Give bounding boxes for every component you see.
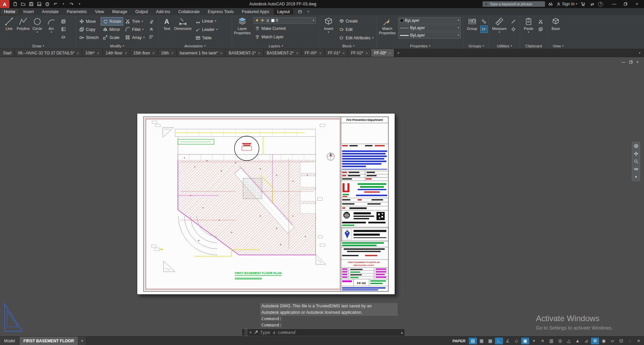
customization-icon[interactable]: ≡ — [635, 338, 643, 344]
close-tab-icon[interactable]: × — [77, 51, 79, 55]
distance-button[interactable] — [510, 18, 517, 25]
mirror-button[interactable]: Mirror — [101, 26, 123, 33]
doc-restore-button[interactable] — [629, 60, 633, 64]
minimize-button[interactable]: — — [608, 0, 620, 8]
close-tab-icon[interactable]: × — [258, 51, 260, 55]
close-tab-icon[interactable]: × — [342, 51, 344, 55]
command-input[interactable]: Type a command — [260, 330, 399, 335]
ribbon-tab-express-tools[interactable]: Express Tools — [204, 8, 238, 15]
trim-flyout-icon[interactable]: ▾ — [142, 20, 143, 23]
open-file-button[interactable] — [19, 1, 27, 7]
copy-clip-button[interactable] — [537, 26, 544, 33]
create-block-button[interactable]: Create — [338, 17, 375, 25]
stay-connected-icon[interactable]: ⇄ — [589, 1, 596, 7]
sign-in-button[interactable]: Sign In ▾ — [556, 2, 577, 6]
measure-flyout-icon[interactable]: ▾ — [499, 31, 500, 34]
circle-flyout-icon[interactable]: ▾ — [37, 31, 38, 34]
ribbon-tab-manage[interactable]: Manage — [108, 8, 131, 15]
trim-button[interactable]: Trim▾ — [123, 17, 146, 25]
ortho-icon[interactable]: ∟ — [495, 338, 503, 344]
doc-close-button[interactable]: × — [636, 60, 639, 64]
redo-button[interactable]: ↷ — [68, 1, 75, 7]
file-tab-active[interactable]: FF-03*× — [371, 49, 394, 57]
close-tab-icon[interactable]: × — [125, 51, 127, 55]
linear-flyout-icon[interactable]: ▾ — [215, 20, 216, 23]
app-store-cart-icon[interactable] — [579, 1, 587, 7]
panel-label-clipboard[interactable]: Clipboard — [520, 43, 547, 49]
linetype-dropdown[interactable]: ByLayer ▾ — [398, 25, 461, 31]
id-point-button[interactable] — [510, 26, 517, 33]
command-close-icon[interactable]: × — [249, 330, 252, 335]
polar-tracking-icon[interactable]: ∠ — [504, 338, 512, 344]
transparency-icon[interactable]: ▥ — [547, 338, 555, 344]
insert-block-button[interactable]: Insert ▾ — [321, 16, 336, 34]
fillet-button[interactable]: Fillet▾ — [123, 26, 146, 33]
ribbon-tab-home[interactable]: Home — [0, 8, 19, 15]
tab-overflow-button[interactable]: ▾ — [635, 49, 644, 57]
save-button[interactable] — [28, 1, 35, 7]
measure-button[interactable]: Measure ▾ — [490, 16, 508, 34]
orbit-button[interactable] — [634, 167, 639, 172]
scale-button[interactable]: Scale — [101, 34, 123, 41]
file-tab[interactable]: FF-00*× — [302, 49, 325, 57]
annotation-monitor-icon[interactable]: ◉ — [600, 338, 608, 344]
hatch-button[interactable] — [60, 18, 67, 25]
arc-button[interactable]: Arc ▾ — [44, 16, 58, 34]
layer-dropdown[interactable]: 0 ▾ — [253, 17, 316, 24]
revision-cloud-button[interactable] — [60, 34, 67, 40]
close-tab-icon[interactable]: × — [389, 51, 391, 55]
panel-label-utilities[interactable]: Utilities▾ — [489, 43, 520, 49]
ribbon-tab-featured-apps[interactable]: Featured Apps — [238, 8, 273, 15]
close-tab-icon[interactable]: × — [97, 51, 99, 55]
help-search-input[interactable]: Type a keyword or phrase — [483, 1, 545, 7]
object-color-dropdown[interactable]: ByLayer ▾ — [398, 17, 461, 24]
command-line-bar[interactable]: × Type a command ▴ — [242, 329, 405, 336]
ribbon-tab-annotate[interactable]: Annotate — [38, 8, 63, 15]
selection-cycling-icon[interactable]: ◎ — [556, 338, 564, 344]
lock-ui-icon[interactable]: ⊡ — [617, 338, 625, 344]
ribbon-tab-collaborate[interactable]: Collaborate — [174, 8, 204, 15]
new-layout-button[interactable]: + — [78, 337, 86, 345]
workspace-switching-icon[interactable]: ⚙ — [591, 338, 599, 344]
file-tab[interactable]: basement 1 fire tank*× — [177, 49, 226, 57]
undo-button[interactable]: ↶ — [52, 1, 59, 7]
grid-icon[interactable]: ▦ — [478, 338, 486, 344]
edit-attributes-flyout-icon[interactable]: ▾ — [372, 37, 374, 39]
file-tab[interactable]: 15th floor× — [130, 49, 158, 57]
close-tab-icon[interactable]: × — [319, 51, 321, 55]
showmotion-button[interactable] — [634, 174, 639, 179]
command-customize-wrench-icon[interactable] — [254, 330, 258, 335]
paste-button[interactable]: Paste ▾ — [522, 16, 536, 34]
leader-button[interactable]: Leader▾ — [194, 26, 219, 33]
application-menu-button[interactable]: A — [0, 0, 9, 8]
gradient-button[interactable] — [60, 26, 67, 33]
doc-minimize-button[interactable]: — — [622, 60, 626, 64]
file-tab[interactable]: FF-01*× — [325, 49, 348, 57]
close-tab-icon[interactable]: × — [366, 51, 368, 55]
close-button[interactable]: × — [631, 0, 643, 8]
cut-button[interactable] — [537, 18, 544, 25]
zoom-button[interactable] — [634, 159, 639, 164]
command-bar-drag-handle[interactable] — [244, 329, 247, 336]
ribbon-tab-insert[interactable]: Insert — [19, 8, 38, 15]
layer-properties-button[interactable]: Layer Properties — [233, 16, 251, 36]
ribbon-display-cycle-button[interactable] — [296, 9, 304, 15]
linear-dimension-button[interactable]: Linear▾ — [194, 17, 219, 25]
explode-button[interactable] — [148, 26, 155, 33]
file-tab-start[interactable]: Start — [0, 49, 15, 57]
erase-button[interactable] — [148, 18, 155, 25]
file-tab[interactable]: 06---HVAC-32 TO 37 DETAILS*× — [15, 49, 82, 57]
new-drawing-tab-button[interactable]: + — [394, 49, 402, 57]
file-tab[interactable]: 10th*× — [82, 49, 102, 57]
close-tab-icon[interactable]: × — [296, 51, 298, 55]
file-tab[interactable]: 14th floor× — [103, 49, 130, 57]
new-file-button[interactable] — [11, 1, 19, 7]
ribbon-tab-output[interactable]: Output — [131, 8, 152, 15]
ribbon-tab-view[interactable]: View — [91, 8, 108, 15]
paper-space-icon[interactable]: ▤ — [469, 338, 477, 344]
group-button[interactable]: Group — [465, 16, 479, 31]
line-button[interactable]: Line — [2, 16, 16, 31]
make-current-button[interactable]: Make Current — [253, 25, 316, 32]
help-icon[interactable]: ? — [598, 2, 603, 7]
ungroup-button[interactable] — [481, 18, 487, 25]
